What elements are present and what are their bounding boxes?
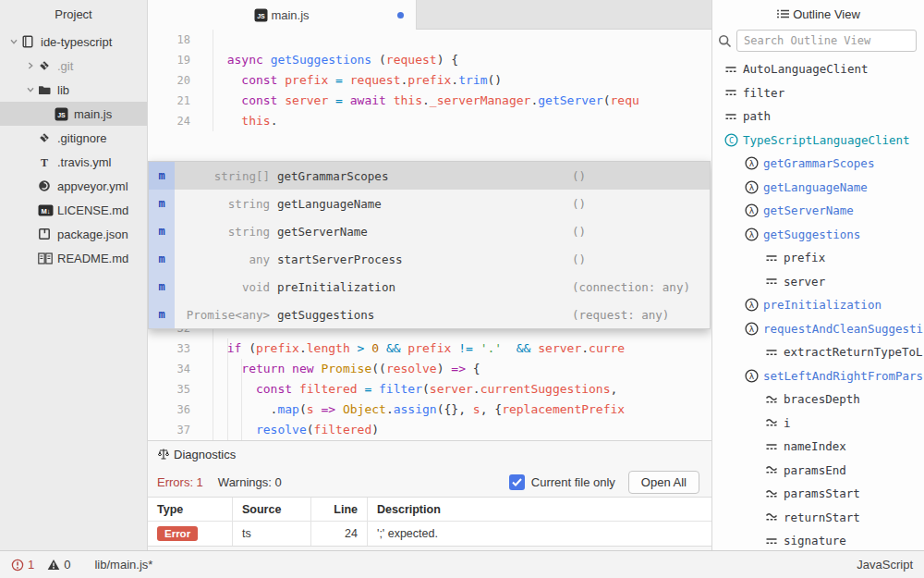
code-line[interactable]: 19 async getSuggestions (request) { xyxy=(148,50,711,70)
code-editor[interactable]: 1819 async getSuggestions (request) {20 … xyxy=(148,30,711,440)
statusbar-language[interactable]: JavaScript xyxy=(857,558,913,572)
tree-item-ide-typescript[interactable]: ide-typescript xyxy=(0,30,147,54)
outline-item-label: requestAndCleanSuggesti xyxy=(763,322,923,336)
current-file-only-label: Current file only xyxy=(531,475,615,489)
outline-item-preinitialization[interactable]: λpreInitialization xyxy=(712,293,924,317)
suggestion-name: startServerProcess xyxy=(270,252,572,266)
autocomplete-row-getsuggestions[interactable]: mPromise<any>getSuggestions(request: any… xyxy=(149,301,710,328)
suggestion-signature: () xyxy=(572,169,586,183)
code-line[interactable]: 24 this. xyxy=(148,111,711,131)
autocomplete-row-getgrammarscopes[interactable]: mstring[]getGrammarScopes() xyxy=(149,162,710,190)
outline-item-label: getServerName xyxy=(763,203,854,217)
outline-item-filter[interactable]: filter xyxy=(712,81,924,105)
outline-item-typescriptlanguageclient[interactable]: CTypeScriptLanguageClient xyxy=(712,129,924,153)
variable-icon xyxy=(765,535,784,547)
outline-item-requestandcleansuggesti[interactable]: λrequestAndCleanSuggesti xyxy=(712,317,924,341)
diagnostics-header-description: Description xyxy=(368,498,711,522)
tree-item-lib[interactable]: lib xyxy=(0,78,147,102)
autocomplete-row-getservername[interactable]: mstringgetServerName() xyxy=(149,217,710,245)
chevron-down-icon[interactable] xyxy=(22,83,38,96)
outline-item-label: getGrammarScopes xyxy=(763,156,874,170)
code-line[interactable]: 37 resolve(filtered) xyxy=(148,420,711,440)
open-all-button[interactable]: Open All xyxy=(628,471,699,494)
statusbar-file-path[interactable]: lib/main.js* xyxy=(94,558,152,572)
chevron-down-icon[interactable] xyxy=(6,35,21,48)
outline-item-nameindex[interactable]: nameIndex xyxy=(712,435,924,459)
tab-main-js[interactable]: JS main.js xyxy=(148,0,417,30)
code-text: resolve(filtered) xyxy=(213,420,379,440)
readme-icon xyxy=(38,252,54,264)
tree-item-label: LICENSE.md xyxy=(57,203,128,217)
outline-item-extractreturntypetol[interactable]: extractReturnTypeToL xyxy=(712,340,924,364)
suggestion-type: any xyxy=(175,252,270,266)
outline-item-autolanguageclient[interactable]: AutoLanguageClient xyxy=(712,57,924,81)
code-line[interactable]: 20 const prefix = request.prefix.trim() xyxy=(148,70,711,91)
line-number: 37 xyxy=(148,420,190,440)
method-kind-icon: m xyxy=(149,245,175,273)
diagnostic-description-cell: ';' expected. xyxy=(368,522,711,546)
code-line[interactable]: 33 if (prefix.length > 0 && prefix != '.… xyxy=(148,338,711,359)
outline-item-server[interactable]: server xyxy=(712,270,924,294)
suggestion-type: Promise<any> xyxy=(175,308,270,322)
tree-item-gitignore[interactable]: .gitignore xyxy=(0,126,147,150)
autocomplete-row-getlanguagename[interactable]: mstringgetLanguageName() xyxy=(149,190,710,217)
method-kind-icon: m xyxy=(149,190,175,217)
tree-item-readme-md[interactable]: README.md xyxy=(0,246,147,270)
outline-item-label: nameIndex xyxy=(784,439,846,453)
tree-item-label: .git xyxy=(57,59,73,73)
tree-item-travis-yml[interactable]: T.travis.yml xyxy=(0,150,147,174)
code-line[interactable]: 34 return new Promise((resolve) => { xyxy=(148,359,711,379)
outline-item-paramsstart[interactable]: paramsStart xyxy=(712,482,924,506)
code-line[interactable]: 18 xyxy=(148,30,711,50)
outline-item-paramsend[interactable]: paramsEnd xyxy=(712,459,924,483)
diagnostics-row[interactable]: Errorts24';' expected. xyxy=(148,522,711,546)
outline-header: Outline View xyxy=(712,0,924,28)
outline-item-setleftandrightfrompars[interactable]: λsetLeftAndRightFromPars xyxy=(712,364,924,388)
code-text: const server = await this._serverManager… xyxy=(213,91,639,111)
code-line[interactable]: 21 const server = await this._serverMana… xyxy=(148,91,711,111)
suggestion-name: preInitialization xyxy=(270,280,572,294)
autocomplete-row-preinitialization[interactable]: mvoidpreInitialization(connection: any) xyxy=(149,273,710,301)
error-badge: Error xyxy=(157,526,198,541)
suggestion-signature: () xyxy=(572,197,586,211)
outline-item-label: server xyxy=(784,275,825,289)
current-file-only-checkbox[interactable] xyxy=(509,474,525,490)
tree-item-appveyor-yml[interactable]: appveyor.yml xyxy=(0,174,147,198)
autocomplete-row-startserverprocess[interactable]: manystartServerProcess() xyxy=(149,245,710,273)
package-icon xyxy=(38,228,54,240)
outline-item-signature[interactable]: signature xyxy=(712,529,924,550)
outline-item-getservername[interactable]: λgetServerName xyxy=(712,199,924,223)
outline-item-returnstart[interactable]: returnStart xyxy=(712,506,924,530)
method-kind-icon: m xyxy=(149,273,175,301)
tree-item-license-md[interactable]: M↓LICENSE.md xyxy=(0,198,147,222)
outline-item-i[interactable]: i xyxy=(712,412,924,436)
chevron-right-icon[interactable] xyxy=(22,59,38,72)
statusbar-warnings[interactable]: 0 xyxy=(47,558,70,572)
outline-item-prefix[interactable]: prefix xyxy=(712,246,924,270)
statusbar-error-count: 1 xyxy=(28,558,34,572)
outline-item-bracesdepth[interactable]: bracesDepth xyxy=(712,387,924,412)
diagnostics-panel: Diagnostics Errors: 1 Warnings: 0 Curren… xyxy=(148,440,711,550)
tree-indent-spacer xyxy=(39,107,55,120)
tree-item-package-json[interactable]: package.json xyxy=(0,222,147,246)
method-icon: λ xyxy=(745,369,763,382)
outline-search-input[interactable] xyxy=(736,30,917,52)
statusbar-errors[interactable]: 1 xyxy=(11,558,34,572)
tree-item-git[interactable]: .git xyxy=(0,54,147,78)
code-line[interactable]: 35 const filtered = filter(server.curren… xyxy=(148,379,711,400)
diagnostic-type-cell: Error xyxy=(148,522,233,546)
outline-item-getlanguagename[interactable]: λgetLanguageName xyxy=(712,176,924,200)
svg-text:C: C xyxy=(729,135,734,144)
suggestion-name: getServerName xyxy=(270,225,572,239)
outline-item-path[interactable]: path xyxy=(712,105,924,129)
outline-item-getgrammarscopes[interactable]: λgetGrammarScopes xyxy=(712,152,924,176)
method-kind-icon: m xyxy=(149,162,175,190)
wave-icon xyxy=(765,393,784,406)
warnings-count-label: Warnings: 0 xyxy=(218,475,282,489)
tree-item-main-js[interactable]: JSmain.js xyxy=(0,102,147,126)
code-text: .map(s => Object.assign({}, s, {replacem… xyxy=(213,400,625,420)
suggestion-signature: () xyxy=(572,252,586,266)
tree-item-label: package.json xyxy=(57,228,128,241)
code-line[interactable]: 36 .map(s => Object.assign({}, s, {repla… xyxy=(148,400,711,420)
outline-item-getsuggestions[interactable]: λgetSuggestions xyxy=(712,223,924,247)
